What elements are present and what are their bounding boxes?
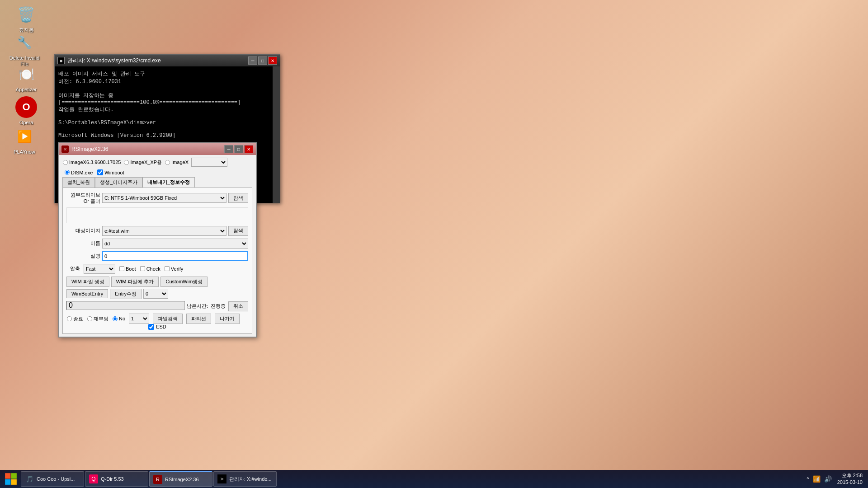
cmd-minimize-btn[interactable]: ─ — [248, 56, 257, 65]
cmd-taskbar-icon: > — [217, 474, 226, 483]
cmd-line-8: S:\Portables\RSImageX\dism>ver — [58, 120, 276, 126]
cmd-scrollbar[interactable] — [273, 66, 280, 203]
cmd-close-btn[interactable]: ✕ — [268, 56, 277, 65]
status-label: 진행중 — [211, 303, 226, 310]
tab-export-info[interactable]: 내보내기_정보수정 — [142, 177, 195, 188]
target-image-select[interactable]: e:#test.wim — [102, 226, 226, 236]
verify-checkbox[interactable] — [165, 266, 170, 271]
radio-imagex-xp[interactable] — [124, 160, 129, 164]
tab-install-restore[interactable]: 설치_복원 — [62, 177, 95, 188]
cmd-title: 관리자: X:\windows\system32\cmd.exe — [67, 57, 248, 65]
radio-imagex-ver[interactable] — [63, 160, 68, 164]
taskbar-item-cmd[interactable]: > 관리자: X:#windo... — [213, 471, 277, 487]
entry-select[interactable]: 0 — [143, 289, 168, 299]
opera-label: Opera — [19, 120, 33, 126]
cmd-titlebar[interactable]: ■ 관리자: X:\windows\system32\cmd.exe ─ □ ✕ — [55, 55, 280, 66]
custom-wim-btn[interactable]: CustomWim생성 — [160, 277, 208, 287]
partition-btn[interactable]: 파티션 — [186, 314, 211, 324]
desktop-icon-opera[interactable]: O Opera — [8, 96, 44, 126]
desc-input[interactable] — [102, 251, 248, 261]
esd-checkbox[interactable] — [148, 324, 154, 330]
reboot-radio[interactable] — [87, 316, 92, 321]
wimboot-check-group: Wimboot — [97, 169, 124, 175]
create-wim-btn[interactable]: WIM 파일 생성 — [66, 277, 109, 287]
no-radio[interactable] — [113, 316, 118, 321]
target-search-btn[interactable]: 탐색 — [228, 226, 248, 236]
radio-imagex[interactable] — [165, 160, 170, 164]
drive-search-btn[interactable]: 탐색 — [228, 193, 248, 203]
notif-arrow[interactable]: ^ — [807, 476, 809, 482]
radio-imagex-ver-label[interactable]: ImageX6.3.9600.17025 — [62, 160, 121, 165]
rsimage-titlebar[interactable]: R RSImageX2.36 ─ □ ✕ — [59, 143, 256, 155]
rsimage-maximize-btn[interactable]: □ — [234, 145, 243, 153]
radio-imagex-xp-label[interactable]: ImageX_XP용 — [123, 159, 162, 166]
taskbar: 🎵 Coo Coo - Upsi... Q Q-Dir 5.53 R RSIma… — [0, 470, 868, 488]
speaker-volume-icon: 🔊 — [824, 475, 832, 483]
rsimage-title: RSImageX2.36 — [71, 146, 224, 152]
add-to-wim-btn[interactable]: WIM 파일에 추가 — [111, 277, 159, 287]
imagex-version-select[interactable] — [191, 158, 227, 167]
entry-modify-btn[interactable]: Entry수정 — [110, 289, 142, 299]
taskbar-item-coo-coo[interactable]: 🎵 Coo Coo - Upsi... — [21, 471, 84, 487]
finish-radio[interactable] — [67, 316, 72, 321]
rsimage-minimize-btn[interactable]: ─ — [224, 145, 233, 153]
check-check-label[interactable]: Check — [140, 266, 160, 272]
page-select[interactable]: 1 — [129, 314, 149, 324]
drive-blank-area — [66, 207, 248, 223]
tabs-row: 설치_복원 생성_이미지주가 내보내기_정보수정 — [62, 177, 252, 188]
finish-radio-label[interactable]: 종료 — [66, 315, 83, 322]
opera-icon: O — [15, 96, 37, 118]
desktop-icon-delete-invalid[interactable]: 🔧 Delete Invalid File — [6, 32, 42, 67]
drive-select[interactable]: C: NTFS 1-Wimboot 59GB Fixed — [102, 193, 226, 203]
no-radio-label[interactable]: No — [112, 316, 125, 322]
verify-check-label[interactable]: Verify — [164, 266, 184, 272]
delete-invalid-icon: 🔧 — [14, 32, 35, 53]
cmd-line-3 — [58, 85, 276, 92]
cmd-line-10: Microsoft Windows [Version 6.2.9200] — [58, 132, 276, 139]
radio-imagex-label[interactable]: ImageX — [165, 160, 189, 165]
tab-create-image[interactable]: 생성_이미지주가 — [95, 177, 142, 188]
wimboot-entry-btn[interactable]: WimBootEntry — [66, 289, 108, 298]
start-button[interactable] — [2, 472, 20, 486]
clock[interactable]: 오후 2:58 2015-03-10 — [837, 472, 863, 486]
compression-select[interactable]: Fast — [84, 264, 115, 274]
cmd-line-7 — [58, 113, 276, 120]
desc-row: 설명 — [66, 251, 248, 261]
name-select[interactable]: dd — [102, 239, 248, 249]
progress-section: 0 남은시간: 진행중 취소 — [66, 301, 248, 312]
network-status-icon: 📶 — [813, 475, 821, 483]
cmd-maximize-btn[interactable]: □ — [258, 56, 267, 65]
reboot-radio-label[interactable]: 재부팅 — [87, 315, 108, 322]
rsimage-taskbar-icon: R — [153, 475, 162, 484]
play-icon: ▶️ — [14, 126, 35, 147]
cancel-btn[interactable]: 취소 — [228, 301, 248, 311]
boot-checkbox[interactable] — [119, 266, 124, 271]
boot-check-label[interactable]: Boot — [119, 266, 136, 272]
exit-btn[interactable]: 나가기 — [215, 314, 240, 324]
systray: ^ 📶 🔊 오후 2:58 2015-03-10 — [807, 472, 866, 486]
taskbar-item-rsimage[interactable]: R RSImageX2.36 — [149, 471, 212, 487]
drive-row: 윔부드라이브Or 폴더 C: NTFS 1-Wimboot 59GB Fixed… — [66, 192, 248, 205]
cmd-line-1: 배포 이미지 서비스 및 관리 도구 — [58, 70, 276, 78]
rsimage-icon: R — [61, 145, 69, 153]
svg-rect-2 — [5, 479, 10, 485]
notification-area: ^ — [807, 476, 809, 482]
svg-rect-3 — [11, 479, 17, 485]
desktop-icon-recycle[interactable]: 🗑️ 휴지통 — [8, 4, 44, 33]
radio-dism-label[interactable]: DISM.exe — [64, 169, 93, 175]
clock-date: 2015-03-10 — [837, 479, 863, 486]
check-checkbox[interactable] — [140, 266, 145, 271]
cmd-line-9 — [58, 126, 276, 132]
qdir-label: Q-Dir 5.53 — [101, 476, 124, 482]
name-row: 이름 dd — [66, 239, 248, 249]
rsimage-close-btn[interactable]: ✕ — [244, 145, 253, 153]
desktop: 🗑️ 휴지통 🔧 Delete Invalid File 🍽️ Appetize… — [0, 0, 868, 488]
wimboot-checkbox[interactable] — [97, 169, 103, 175]
desktop-icon-appetizer[interactable]: 🍽️ Appetizer — [8, 63, 44, 93]
radio-dism[interactable] — [65, 170, 70, 175]
file-search-btn[interactable]: 파일검색 — [153, 314, 183, 324]
desktop-icon-play[interactable]: ▶️ PLAYnow — [6, 126, 42, 155]
verify-label: Verify — [171, 266, 184, 272]
taskbar-item-qdir[interactable]: Q Q-Dir 5.53 — [85, 471, 148, 487]
qdir-icon: Q — [89, 474, 98, 483]
